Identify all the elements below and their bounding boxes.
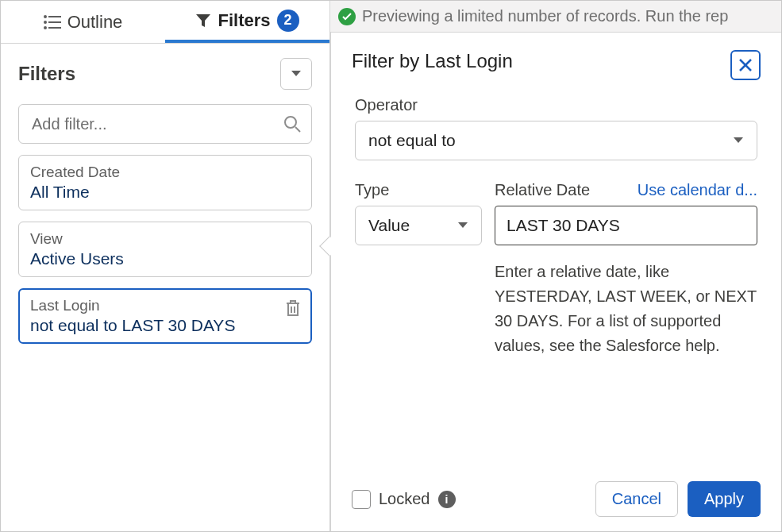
cancel-button[interactable]: Cancel [595, 481, 678, 517]
filters-title: Filters [18, 63, 75, 85]
filter-card-last-login[interactable]: Last Login not equal to LAST 30 DAYS [18, 288, 312, 344]
tab-filters[interactable]: Filters 2 [165, 1, 329, 43]
filter-card-label: View [30, 230, 300, 248]
preview-bar: Previewing a limited number of records. … [330, 1, 781, 33]
search-icon [283, 115, 301, 133]
caret-down-icon [291, 70, 302, 78]
locked-checkbox[interactable] [352, 490, 371, 509]
caret-down-icon [457, 222, 468, 229]
filters-count-badge: 2 [277, 10, 299, 32]
operator-value: not equal to [368, 131, 456, 150]
filter-card-created-date[interactable]: Created Date All Time [18, 155, 312, 210]
list-icon [44, 15, 61, 29]
main-panel: Previewing a limited number of records. … [330, 1, 781, 531]
operator-select[interactable]: not equal to [355, 121, 757, 160]
filter-card-label: Last Login [30, 297, 300, 314]
filter-card-value: Active Users [30, 249, 300, 268]
check-circle-icon [338, 8, 356, 25]
filter-card-value: All Time [30, 183, 300, 202]
panel-title: Filter by Last Login [352, 50, 513, 72]
tab-filters-label: Filters [218, 10, 270, 31]
svg-point-3 [44, 16, 46, 17]
add-filter-input[interactable] [18, 104, 312, 144]
type-select[interactable]: Value [355, 206, 482, 245]
svg-line-7 [295, 127, 300, 132]
add-filter-wrap [18, 104, 312, 144]
caret-down-icon [733, 137, 744, 145]
filter-card-value: not equal to LAST 30 DAYS [30, 316, 300, 335]
relative-date-input[interactable] [495, 206, 757, 245]
svg-point-5 [44, 27, 46, 29]
type-label: Type [355, 181, 482, 199]
filters-sidebar: Outline Filters 2 Filters [1, 1, 330, 531]
svg-point-6 [285, 117, 296, 128]
operator-label: Operator [355, 96, 757, 114]
tab-outline-label: Outline [67, 12, 123, 33]
locked-label: Locked [379, 490, 430, 508]
svg-point-4 [44, 21, 46, 23]
relative-date-label: Relative Date [495, 181, 590, 199]
preview-bar-text: Previewing a limited number of records. … [362, 7, 728, 25]
close-icon [738, 58, 753, 72]
use-calendar-link[interactable]: Use calendar d... [638, 181, 757, 199]
info-icon[interactable]: i [438, 491, 456, 508]
filter-card-view[interactable]: View Active Users [18, 222, 312, 277]
close-button[interactable] [730, 50, 761, 80]
filter-icon [195, 13, 211, 28]
help-text: Enter a relative date, like YESTERDAY, L… [495, 260, 757, 358]
type-value: Value [368, 216, 410, 235]
tabs: Outline Filters 2 [1, 1, 329, 44]
trash-icon[interactable] [285, 299, 301, 317]
tab-outline[interactable]: Outline [1, 1, 165, 43]
filters-menu-button[interactable] [280, 58, 312, 90]
apply-button[interactable]: Apply [688, 481, 761, 517]
filter-card-label: Created Date [30, 164, 300, 181]
